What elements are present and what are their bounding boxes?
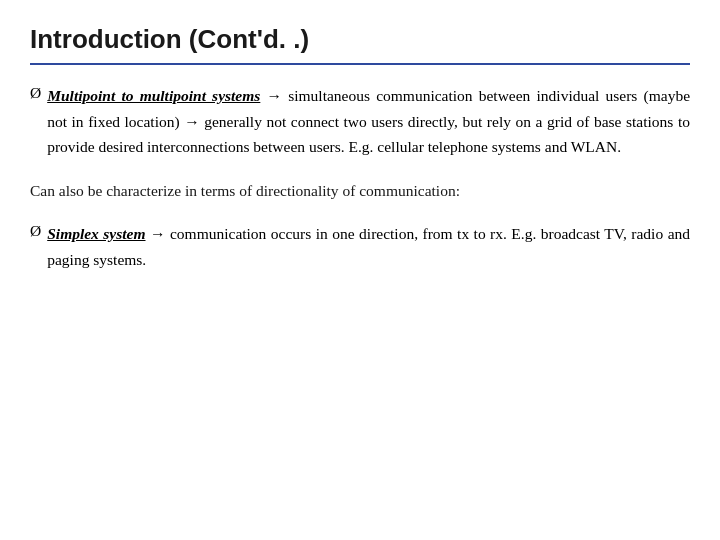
slide: Introduction (Cont'd. .) Ø Multipoint to… xyxy=(0,0,720,540)
slide-content: Ø Multipoint to multipoint systems → sim… xyxy=(30,83,690,520)
multipoint-label: Multipoint to multipoint systems xyxy=(47,87,260,104)
section-multipoint-text: Multipoint to multipoint systems → simul… xyxy=(47,83,690,160)
title-bar: Introduction (Cont'd. .) xyxy=(30,24,690,55)
directionality-text: Can also be characterize in terms of dir… xyxy=(30,182,460,199)
section-simplex-text: Simplex system → communication occurs in… xyxy=(47,221,690,272)
simplex-label: Simplex system xyxy=(47,225,145,242)
arrow-1: → xyxy=(267,87,289,104)
title-divider xyxy=(30,63,690,65)
slide-title: Introduction (Cont'd. .) xyxy=(30,24,690,55)
arrow-2: → xyxy=(150,225,170,242)
bullet-symbol-2: Ø xyxy=(30,222,41,240)
section-simplex: Ø Simplex system → communication occurs … xyxy=(30,221,690,272)
bullet-symbol-1: Ø xyxy=(30,84,41,102)
section-directionality: Can also be characterize in terms of dir… xyxy=(30,178,690,204)
section-multipoint: Ø Multipoint to multipoint systems → sim… xyxy=(30,83,690,160)
